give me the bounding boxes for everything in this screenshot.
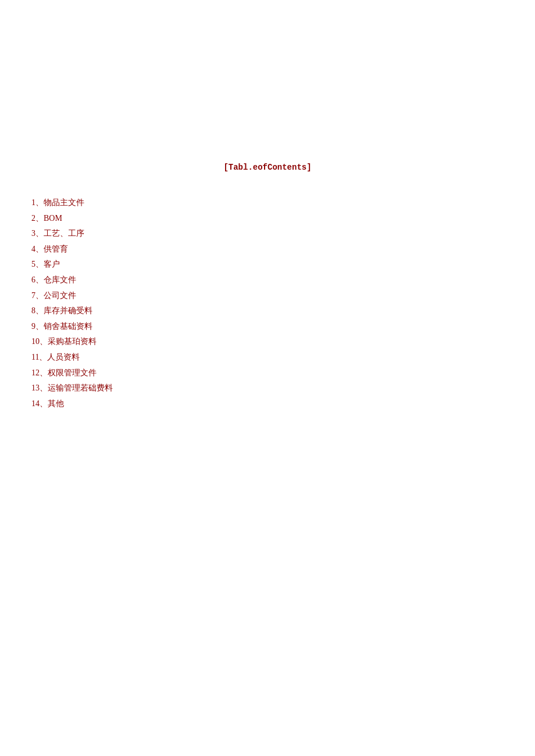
toc-list: 1、物品主文件2、BOM3、工艺、工序4、供管育5、客户6、仓库文件7、公司文件… (0, 189, 535, 411)
toc-list-item: 8、库存并确受料 (31, 303, 535, 319)
toc-list-item: 7、公司文件 (31, 288, 535, 304)
toc-list-item: 9、销舍基础资料 (31, 319, 535, 335)
toc-list-item: 14、其他 (31, 396, 535, 412)
toc-list-item: 3、工艺、工序 (31, 226, 535, 242)
page-container: [Tabl.eofContents] 1、物品主文件2、BOM3、工艺、工序4、… (0, 0, 535, 756)
toc-list-item: 13、运输管理若础费料 (31, 381, 535, 396)
toc-list-item: 10、采购基珀资料 (31, 334, 535, 350)
toc-list-item: 4、供管育 (31, 242, 535, 257)
toc-list-item: 12、权限管理文件 (31, 366, 535, 381)
toc-list-item: 11、人员资料 (31, 350, 535, 366)
toc-title: [Tabl.eofContents] (0, 0, 535, 189)
toc-list-item: 2、BOM (31, 211, 535, 227)
toc-list-item: 5、客户 (31, 257, 535, 273)
toc-list-item: 1、物品主文件 (31, 195, 535, 211)
toc-list-item: 6、仓库文件 (31, 273, 535, 288)
